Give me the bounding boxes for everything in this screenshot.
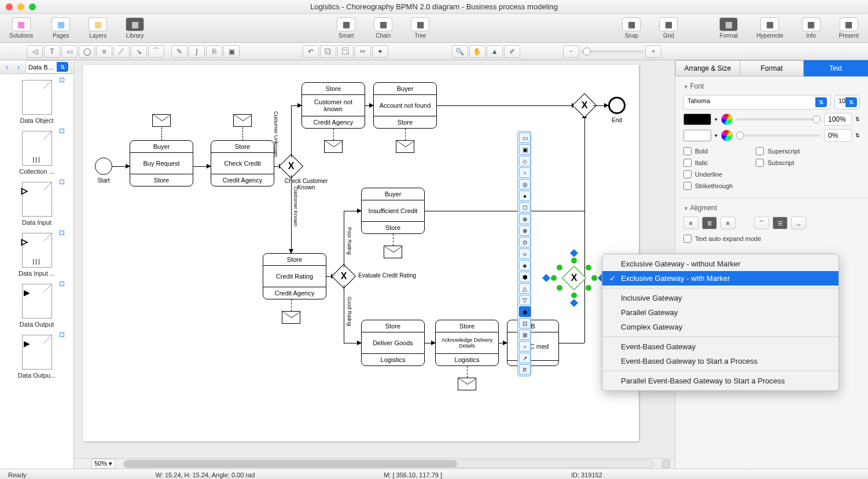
- inspector-tab-text[interactable]: Text: [804, 60, 868, 76]
- eyedropper-tool[interactable]: ✐: [504, 45, 520, 58]
- valign-middle[interactable]: ☰: [773, 217, 788, 229]
- palette-item[interactable]: ●: [519, 191, 531, 201]
- task-insufficient-credit[interactable]: Buyer Insufficient Credit Store: [361, 188, 425, 234]
- fill-opacity-value[interactable]: 100%: [824, 113, 852, 126]
- h-scrollbar[interactable]: [123, 460, 654, 468]
- palette-item[interactable]: ⬢: [519, 272, 531, 282]
- toolbar-smart[interactable]: ▦Smart: [328, 16, 365, 41]
- palette-item[interactable]: ⊙: [519, 237, 531, 247]
- text-color-swatch[interactable]: [683, 114, 711, 125]
- check-strikethrough[interactable]: Strikethrough: [683, 180, 733, 192]
- check-underline[interactable]: Underline: [683, 169, 733, 180]
- align-center[interactable]: ≣: [702, 217, 717, 229]
- toolbar-hypernote[interactable]: ▦Hypernote: [747, 16, 792, 41]
- resize-corner[interactable]: [662, 460, 670, 468]
- color-wheel-icon[interactable]: [721, 114, 733, 125]
- palette-item[interactable]: ○: [519, 167, 531, 178]
- task-deliver-goods[interactable]: Store Deliver Goods Logistics: [361, 320, 425, 366]
- check-italic[interactable]: Italic: [683, 157, 733, 169]
- inspector-tab-format[interactable]: Format: [740, 60, 804, 76]
- ellipse-tool[interactable]: ◯: [79, 45, 95, 58]
- palette-item[interactable]: ⊕: [519, 214, 531, 224]
- group-tool[interactable]: ⿻: [320, 45, 336, 58]
- ungroup-tool[interactable]: ⿹: [337, 45, 354, 58]
- palette-item[interactable]: ⌾: [519, 248, 531, 259]
- font-family-select[interactable]: Tahoma⇅: [683, 95, 831, 109]
- toolbar-tree[interactable]: ▦Tree: [402, 16, 439, 41]
- stamp-tool[interactable]: ▲: [487, 45, 503, 58]
- palette-item[interactable]: ⬡: [519, 202, 531, 213]
- palette-item[interactable]: ◎: [519, 179, 531, 189]
- palette-item[interactable]: ▭: [519, 133, 531, 143]
- hand-tool[interactable]: ✋: [469, 45, 486, 58]
- shape-item[interactable]: |||▷Data Input ...: [0, 229, 73, 280]
- palette-item[interactable]: ○: [519, 341, 531, 352]
- menu-item[interactable]: Event-Based Gateway to Start a Process: [602, 354, 838, 368]
- cut-tool[interactable]: ✂: [355, 45, 371, 58]
- toolbar-pages[interactable]: ▦Pages: [42, 16, 79, 41]
- menu-item[interactable]: Inclusive Gateway: [602, 291, 838, 305]
- font-section-header[interactable]: Font: [683, 82, 860, 90]
- font-size-select[interactable]: 10⇅: [834, 95, 860, 109]
- task-buy-confirmed[interactable]: B Buy C med: [507, 320, 559, 366]
- zoom-slider[interactable]: [580, 50, 644, 53]
- inspector-tab-arrange-&-size[interactable]: Arrange & Size: [675, 60, 740, 76]
- alignment-section-header[interactable]: Aligment: [683, 204, 860, 212]
- toolbar-grid[interactable]: ▦Grid: [650, 16, 687, 41]
- menu-item[interactable]: Event-Based Gateway: [602, 339, 838, 354]
- shapes-category-select[interactable]: Data B…⇅: [25, 60, 71, 74]
- toolbar-layers[interactable]: ▦Layers: [79, 16, 116, 41]
- check-bold[interactable]: Bold: [683, 145, 733, 157]
- menu-item[interactable]: Complex Gateway: [602, 320, 838, 334]
- toolbar-present[interactable]: ▦Present: [830, 16, 868, 41]
- fill-opacity-slider[interactable]: [736, 118, 821, 120]
- text-tool[interactable]: T: [44, 45, 60, 58]
- valign-top[interactable]: ⎴: [754, 217, 769, 229]
- canvas-area[interactable]: Start Buyer Buy Request Store Store Chec…: [74, 60, 675, 469]
- line-tool[interactable]: ／: [113, 45, 130, 58]
- palette-item[interactable]: ◈: [519, 260, 531, 270]
- diagram-canvas[interactable]: Start Buyer Buy Request Store Store Chec…: [83, 65, 639, 441]
- task-cust-not-known[interactable]: Store Customer not known Credit Agency: [301, 82, 365, 129]
- zoom-in-button[interactable]: ＋: [645, 45, 661, 58]
- undo-tool[interactable]: ↶: [303, 45, 319, 58]
- toolbar-chain[interactable]: ▦Chain: [365, 16, 402, 41]
- stroke-opacity-slider[interactable]: [736, 134, 821, 137]
- palette-item[interactable]: ↗: [519, 353, 531, 363]
- shape-item[interactable]: |||Collection ...: [0, 127, 73, 178]
- toolbar-format[interactable]: ▦Format: [710, 16, 747, 41]
- toolbar-library[interactable]: ▦Library: [116, 16, 153, 41]
- shapes-back[interactable]: ‹: [2, 63, 12, 72]
- palette-item[interactable]: ⊞: [519, 330, 531, 340]
- palette-item-selected[interactable]: ◉: [519, 306, 531, 317]
- task-account-not-found[interactable]: Buyer Account not found Store: [373, 82, 437, 129]
- stroke-color-swatch[interactable]: [683, 130, 711, 141]
- palette-item[interactable]: ◇: [519, 156, 531, 166]
- palette-item[interactable]: ▽: [519, 295, 531, 305]
- align-left[interactable]: ≡: [683, 217, 698, 229]
- color-wheel-icon[interactable]: [721, 130, 733, 141]
- zoom-tool[interactable]: 🔍: [452, 45, 468, 58]
- end-event[interactable]: [608, 97, 626, 114]
- palette-item[interactable]: △: [519, 283, 531, 294]
- snap-tool[interactable]: ⎘: [206, 45, 222, 58]
- shape-item[interactable]: ▷Data Input: [0, 178, 73, 229]
- task-ack-delivery[interactable]: Store Acknowledge Delivery Details Logis…: [435, 320, 499, 366]
- check-superscript[interactable]: Superscript: [756, 145, 800, 157]
- check-subscript[interactable]: Subscript: [756, 157, 800, 169]
- start-event[interactable]: [95, 158, 112, 175]
- palette-item[interactable]: ⊗: [519, 225, 531, 236]
- palette-item[interactable]: ⎘: [519, 364, 531, 375]
- pencil-tool[interactable]: ✎: [171, 45, 187, 58]
- shapes-fwd[interactable]: ›: [14, 63, 23, 72]
- menu-item[interactable]: Exclusive Gateway - with Marker: [602, 271, 838, 286]
- auto-expand-check[interactable]: Text auto expand mode: [683, 233, 860, 244]
- shape-item[interactable]: ▶Data Outpu...: [0, 331, 73, 382]
- wand-tool[interactable]: ✦: [372, 45, 388, 58]
- gateway-selected[interactable]: X: [562, 266, 586, 290]
- task-credit-rating[interactable]: Store Credit Rating Credit Agency: [263, 253, 326, 299]
- shape-item[interactable]: Data Object: [0, 76, 73, 127]
- arc-tool[interactable]: ⌒: [148, 45, 164, 58]
- shape-item[interactable]: ▶Data Output: [0, 280, 73, 331]
- pointer-tool[interactable]: ◁: [27, 45, 43, 58]
